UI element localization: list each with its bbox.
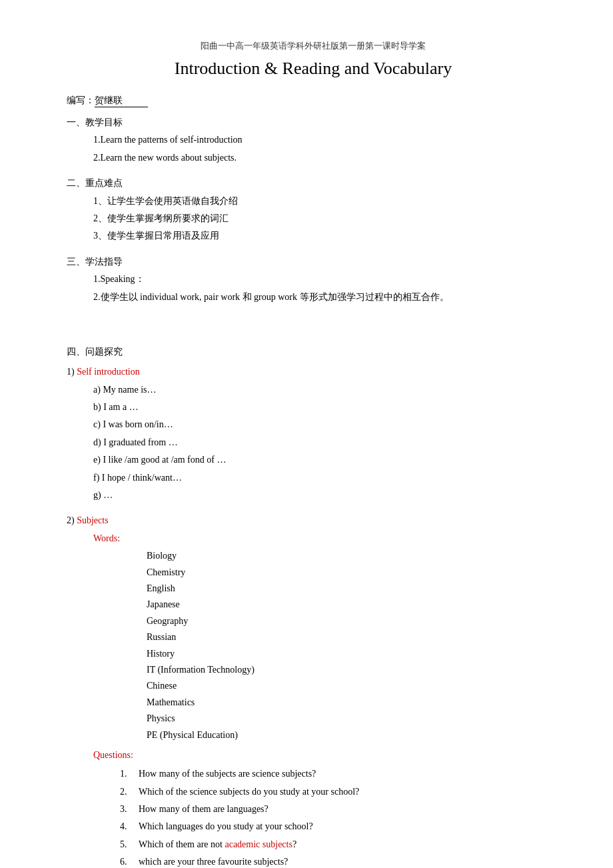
questions-label: Questions:: [93, 748, 560, 763]
word-russian: Russian: [147, 630, 560, 645]
q-text-2: Which of the science subjects do you stu…: [139, 785, 359, 799]
word-chinese: Chinese: [147, 679, 560, 693]
q-num-2: 2.: [120, 785, 133, 799]
intro-item-a: a) My name is…: [93, 383, 560, 397]
question-4: 4. Which languages do you study at your …: [120, 819, 560, 834]
question-3: 3. How many of them are languages?: [120, 802, 560, 817]
intro-item-d: d) I graduated from …: [93, 435, 560, 450]
q-text-1: How many of the subjects are science sub…: [139, 767, 316, 781]
section-3-item-2: 2.使学生以 individual work, pair work 和 grou…: [93, 290, 560, 305]
word-physics: Physics: [147, 711, 560, 726]
q-text-4: Which languages do you study at your sch…: [139, 819, 313, 834]
section-3-item-1: 1.Speaking：: [93, 272, 560, 287]
intro-item-b: b) I am a …: [93, 400, 560, 415]
subsection-1-title-line: 1) Self introduction: [67, 365, 560, 379]
question-6: 6. which are your three favourite subjec…: [120, 855, 560, 868]
author-line: 编写：贺继联: [67, 95, 560, 107]
word-japanese: Japanese: [147, 597, 560, 612]
subtitle: 阳曲一中高一年级英语学科外研社版第一册第一课时导学案: [67, 40, 560, 52]
q-text-5: Which of them are not academic subjects?: [139, 837, 297, 852]
intro-item-g: g) …: [93, 488, 560, 503]
subsection-2-title-line: 2) Subjects: [67, 513, 560, 528]
main-title: Introduction & Reading and Vocabulary: [67, 59, 560, 79]
intro-item-e: e) I like /am good at /am fond of …: [93, 453, 560, 467]
section-1: 一、教学目标 1.Learn the patterns of self-intr…: [67, 115, 560, 165]
subsection-2-number: 2): [67, 515, 77, 525]
section-3-header: 三、学法指导: [67, 255, 560, 269]
q-text-3: How many of them are languages?: [139, 802, 269, 817]
q-text-6: which are your three favourite subjects?: [139, 855, 288, 868]
subsection-self-intro: 1) Self introduction a) My name is… b) I…: [67, 365, 560, 503]
section-1-item-2: 2.Learn the new words about subjects.: [93, 151, 560, 165]
question-5: 5. Which of them are not academic subjec…: [120, 837, 560, 852]
section-2: 二、重点难点 1、让学生学会使用英语做自我介绍 2、使学生掌握考纲所要求的词汇 …: [67, 176, 560, 244]
word-it: IT (Information Technology): [147, 663, 560, 677]
section-1-header: 一、教学目标: [67, 115, 560, 130]
word-chemistry: Chemistry: [147, 565, 560, 580]
q-num-5: 5.: [120, 837, 133, 852]
subsection-subjects: 2) Subjects Words: Biology Chemistry Eng…: [67, 513, 560, 868]
word-history: History: [147, 647, 560, 661]
section-2-header: 二、重点难点: [67, 176, 560, 191]
intro-item-c: c) I was born on/in…: [93, 417, 560, 432]
subsection-1-number: 1): [67, 367, 77, 377]
author-name: 贺继联: [95, 95, 148, 107]
question-2: 2. Which of the science subjects do you …: [120, 785, 560, 799]
q-num-3: 3.: [120, 802, 133, 817]
author-label: 编写：: [67, 95, 95, 105]
word-geography: Geography: [147, 614, 560, 629]
section-4: 四、问题探究 1) Self introduction a) My name i…: [67, 345, 560, 868]
question-1: 1. How many of the subjects are science …: [120, 767, 560, 781]
subsection-2-title: Subjects: [77, 515, 108, 525]
section-3: 三、学法指导 1.Speaking： 2.使学生以 individual wor…: [67, 255, 560, 305]
subsection-1-title: Self introduction: [77, 367, 140, 377]
word-pe: PE (Physical Education): [147, 728, 560, 743]
word-mathematics: Mathematics: [147, 695, 560, 710]
word-english: English: [147, 581, 560, 596]
section-2-item-1: 1、让学生学会使用英语做自我介绍: [93, 194, 560, 209]
section-4-header: 四、问题探究: [67, 345, 560, 359]
words-label: Words:: [93, 531, 560, 546]
intro-item-f: f) I hope / think/want…: [93, 471, 560, 485]
q-num-6: 6.: [120, 855, 133, 868]
section-2-item-3: 3、使学生掌握日常用语及应用: [93, 229, 560, 243]
q-num-4: 4.: [120, 819, 133, 834]
q-num-1: 1.: [120, 767, 133, 781]
section-1-item-1: 1.Learn the patterns of self-introductio…: [93, 133, 560, 147]
section-2-item-2: 2、使学生掌握考纲所要求的词汇: [93, 211, 560, 226]
word-biology: Biology: [147, 549, 560, 563]
